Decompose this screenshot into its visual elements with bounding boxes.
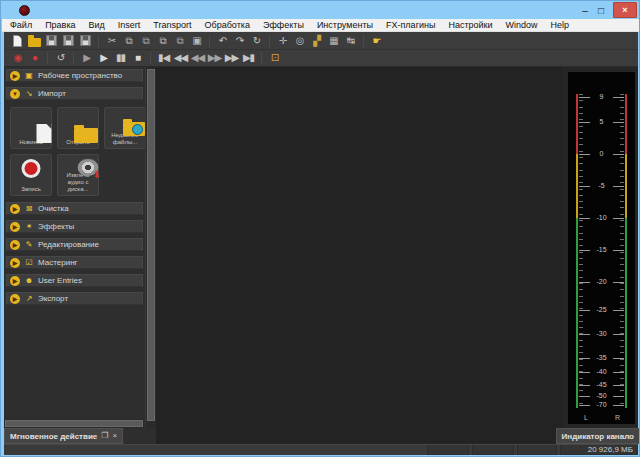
stop-button[interactable]: ■ [130, 51, 145, 66]
toolbar-separator [209, 35, 210, 47]
expander-icon[interactable]: ▶ [10, 294, 20, 304]
sidebar-section-export[interactable]: ▶↗Экспорт [6, 292, 143, 305]
titlebar[interactable]: – □ × [1, 1, 640, 19]
sidebar-horizontal-scrollbar[interactable] [4, 419, 145, 428]
rewind-fast-button[interactable]: ◀◀ [173, 51, 188, 66]
sidebar-vertical-scrollbar[interactable] [145, 67, 156, 428]
zoom-selection-button[interactable]: ◎ [292, 33, 307, 48]
menu-правка[interactable]: Правка [45, 20, 75, 30]
sidebar-section-workspace[interactable]: ▶▣Рабочее пространство [6, 69, 143, 82]
menu-fx-плагины[interactable]: FX-плагины [386, 20, 435, 30]
right-channel-label: R [615, 414, 620, 421]
expander-icon[interactable]: ▶ [10, 240, 20, 250]
status-cell-3 [517, 445, 557, 455]
menu-вид[interactable]: Вид [89, 20, 105, 30]
instant-action-tab[interactable]: Мгновенное действие ❐ × [4, 428, 123, 444]
menu-insert[interactable]: Insert [118, 20, 141, 30]
rewind-button[interactable]: ◀◀ [190, 51, 205, 66]
menu-обработка[interactable]: Обработка [205, 20, 250, 30]
workspace-area[interactable] [156, 67, 562, 444]
expander-icon[interactable]: ▶ [10, 222, 20, 232]
redo-button[interactable]: ↷ [232, 33, 247, 48]
sidebar-section-user-entries[interactable]: ▶☻User Entries [6, 274, 143, 287]
go-to-end-button[interactable]: ▶▮ [241, 51, 256, 66]
scrub-tool-button[interactable]: ↹ [343, 33, 358, 48]
close-button[interactable]: × [613, 2, 637, 18]
toolbar-separator [47, 52, 48, 64]
sidebar-section-editing[interactable]: ▶✎Редактирование [6, 238, 143, 251]
expander-icon[interactable]: ▼ [10, 89, 20, 99]
copy-button[interactable]: ⧉ [121, 33, 136, 48]
menu-window[interactable]: Window [506, 20, 538, 30]
channel-meter-tab[interactable]: Индикатор канало [556, 428, 640, 444]
import-open-button[interactable]: Открыть [57, 107, 99, 149]
save-button[interactable] [44, 33, 59, 48]
close-panel-icon[interactable]: × [112, 432, 117, 440]
cut-button[interactable]: ✂ [104, 33, 119, 48]
trim-button[interactable]: ▣ [189, 33, 204, 48]
status-bar: 20 926,9 МБ [4, 444, 638, 455]
toolbar-separator [269, 35, 270, 47]
open-file-button[interactable] [27, 33, 42, 48]
paste-special-button[interactable]: ⧉ [155, 33, 170, 48]
play-button[interactable]: ▶ [96, 51, 111, 66]
mastering-icon: ☑ [24, 258, 34, 267]
section-label: Очистка [38, 204, 69, 213]
undo-button[interactable]: ↶ [215, 33, 230, 48]
pause-button[interactable]: ▮▮ [113, 51, 128, 66]
play-selection-button[interactable]: ▶ [79, 51, 94, 66]
save-icon [46, 35, 57, 46]
menu-файл[interactable]: Файл [10, 20, 32, 30]
import-recent-files-button[interactable]: Недавние файлы... [104, 107, 145, 149]
sidebar-section-cleanup[interactable]: ▶⊠Очистка [6, 202, 143, 215]
section-label: Редактирование [38, 240, 99, 249]
move-tool-button[interactable]: ✛ [275, 33, 290, 48]
toolbar-separator [73, 52, 74, 64]
import-new-button[interactable]: Новинка [10, 107, 52, 149]
record-button[interactable]: ● [27, 51, 42, 66]
level-meter[interactable]: 950-5-10-15-20-25-30-35-40-45-50-70 L R [568, 72, 635, 424]
minimize-button[interactable]: – [577, 2, 593, 18]
sidebar-section-mastering[interactable]: ▶☑Мастеринг [6, 256, 143, 269]
save-as-button[interactable] [61, 33, 76, 48]
repeat-button[interactable]: ↻ [249, 33, 264, 48]
go-to-start-button[interactable]: ▮◀ [156, 51, 171, 66]
app-frame: ✂⧉⧉⧉⧉▣↶↷↻✛◎▞▦↹☛ ◉●↺▶▶▮▮■▮◀◀◀◀◀▶▶▶▶▶▮⊡ ▶▣… [4, 32, 638, 455]
forward-fast-button[interactable]: ▶▶ [224, 51, 239, 66]
section-label: User Entries [38, 276, 82, 285]
hand-tool-button[interactable]: ☛ [369, 33, 384, 48]
menu-transport[interactable]: Transport [153, 20, 191, 30]
section-label: Мастеринг [38, 258, 77, 267]
expander-icon[interactable]: ▶ [10, 204, 20, 214]
menu-эффекты[interactable]: Эффекты [263, 20, 304, 30]
paste-new-file-button[interactable]: ⧉ [172, 33, 187, 48]
workspace-icon: ▣ [24, 71, 34, 80]
float-panel-icon[interactable]: ❐ [101, 432, 108, 440]
menu-help[interactable]: Help [551, 20, 570, 30]
maximize-button[interactable]: □ [593, 2, 609, 18]
marker-window-button[interactable]: ⊡ [267, 51, 282, 66]
expander-icon[interactable]: ▶ [10, 258, 20, 268]
zoom-vertical-button[interactable]: ▞ [309, 33, 324, 48]
new-file-button[interactable] [10, 33, 25, 48]
sidebar-section-import[interactable]: ▼↘Импорт [6, 87, 143, 100]
expander-icon[interactable]: ▶ [10, 71, 20, 81]
import-button-label: Запись [11, 186, 51, 193]
save-as-icon [63, 35, 74, 46]
select-all-button[interactable]: ▦ [326, 33, 341, 48]
record-append-button[interactable]: ◉ [10, 51, 25, 66]
paste-button[interactable]: ⧉ [138, 33, 153, 48]
import-record-button[interactable]: Запись [10, 154, 52, 196]
loop-playback-button[interactable]: ↺ [53, 51, 68, 66]
section-label: Экспорт [38, 294, 68, 303]
menu-настройки[interactable]: Настройки [448, 20, 492, 30]
sidebar-section-effects[interactable]: ▶✶Эффекты [6, 220, 143, 233]
import-rip-audio-button[interactable]: Извлечь аудио с диска... [57, 154, 99, 196]
toolbar-separator [261, 52, 262, 64]
forward-button[interactable]: ▶▶ [207, 51, 222, 66]
menu-инструменты[interactable]: Инструменты [317, 20, 373, 30]
save-all-button[interactable] [78, 33, 93, 48]
expander-icon[interactable]: ▶ [10, 276, 20, 286]
meter-scale: 950-5-10-15-20-25-30-35-40-45-50-70 [568, 94, 635, 408]
page-icon [36, 124, 51, 143]
